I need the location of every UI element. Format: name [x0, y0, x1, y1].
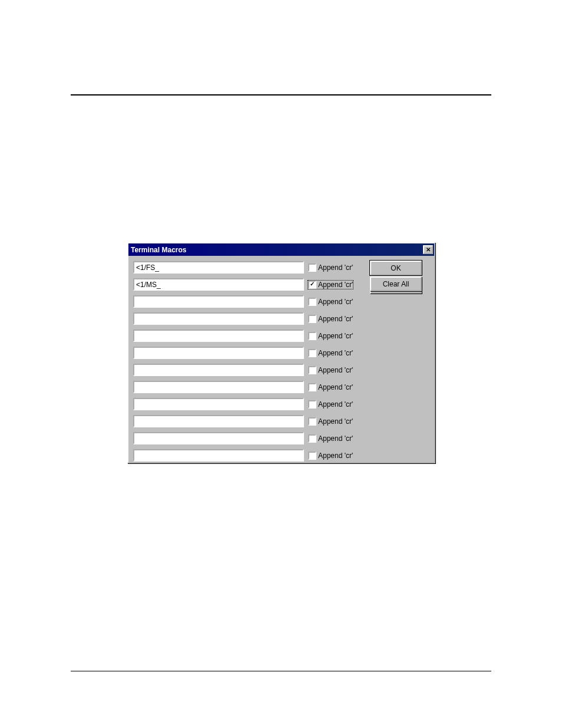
macro-row: Append 'cr'	[133, 295, 362, 308]
macro-row: Append 'cr'	[133, 449, 362, 462]
append-cr-label: Append 'cr'	[318, 383, 353, 391]
dialog-title: Terminal Macros	[131, 246, 186, 254]
append-cr-label: Append 'cr'	[318, 263, 353, 272]
checkbox-icon	[308, 281, 316, 289]
dialog-buttons: OK Cancel Clear All	[365, 261, 424, 294]
append-cr-10[interactable]: Append 'cr'	[308, 417, 353, 426]
page-divider-top	[71, 94, 491, 95]
terminal-macros-dialog: Terminal Macros ✕ Append 'cr'	[127, 242, 435, 463]
macro-row: Append 'cr'	[133, 414, 362, 428]
macro-input-12[interactable]	[133, 449, 304, 462]
append-cr-5[interactable]: Append 'cr'	[308, 331, 353, 341]
append-cr-6[interactable]: Append 'cr'	[308, 348, 353, 358]
append-cr-label: Append 'cr'	[318, 281, 353, 289]
checkbox-icon	[308, 263, 316, 272]
append-cr-11[interactable]: Append 'cr'	[308, 434, 353, 443]
append-cr-2[interactable]: Append 'cr'	[308, 280, 353, 289]
page-divider-bottom	[71, 671, 491, 671]
append-cr-label: Append 'cr'	[318, 366, 353, 374]
append-cr-1[interactable]: Append 'cr'	[308, 263, 353, 272]
close-icon: ✕	[426, 247, 431, 253]
checkbox-icon	[308, 417, 316, 426]
append-cr-label: Append 'cr'	[318, 349, 353, 357]
macro-input-6[interactable]	[133, 347, 304, 359]
append-cr-7[interactable]: Append 'cr'	[308, 365, 353, 375]
dialog-body: Append 'cr' Append 'cr' Append 'cr'	[128, 256, 434, 467]
append-cr-4[interactable]: Append 'cr'	[308, 314, 353, 324]
append-cr-label: Append 'cr'	[318, 315, 353, 323]
append-cr-12[interactable]: Append 'cr'	[308, 451, 353, 460]
append-cr-label: Append 'cr'	[318, 400, 353, 409]
macro-row: Append 'cr'	[133, 346, 362, 360]
macro-input-5[interactable]	[133, 330, 304, 342]
macro-input-3[interactable]	[133, 295, 304, 308]
titlebar: Terminal Macros ✕	[128, 243, 434, 256]
macro-input-8[interactable]	[133, 381, 304, 393]
append-cr-3[interactable]: Append 'cr'	[308, 297, 353, 307]
macro-input-2[interactable]	[133, 278, 304, 291]
button-label: OK	[391, 264, 401, 272]
clear-all-wrap: Clear All	[370, 276, 422, 291]
macro-row: Append 'cr'	[133, 278, 362, 291]
macro-row: Append 'cr'	[133, 363, 362, 377]
macro-row: Append 'cr'	[133, 397, 362, 411]
macro-row: Append 'cr'	[133, 312, 362, 325]
checkbox-icon	[308, 366, 316, 374]
checkbox-icon	[308, 434, 316, 443]
macro-input-9[interactable]	[133, 398, 304, 410]
button-label: Clear All	[383, 280, 409, 288]
macro-row: Append 'cr'	[133, 431, 362, 445]
macro-rows: Append 'cr' Append 'cr' Append 'cr'	[133, 261, 362, 462]
append-cr-label: Append 'cr'	[318, 332, 353, 340]
append-cr-label: Append 'cr'	[318, 298, 353, 306]
macro-input-11[interactable]	[133, 432, 304, 444]
ok-button[interactable]: OK	[370, 261, 422, 275]
checkbox-icon	[308, 315, 316, 323]
checkbox-icon	[308, 349, 316, 357]
append-cr-label: Append 'cr'	[318, 434, 353, 443]
checkbox-icon	[308, 400, 316, 409]
checkbox-icon	[308, 383, 316, 391]
macro-row: Append 'cr'	[133, 261, 362, 274]
clear-all-button[interactable]: Clear All	[370, 276, 422, 291]
macro-row: Append 'cr'	[133, 380, 362, 394]
macro-input-7[interactable]	[133, 364, 304, 376]
append-cr-label: Append 'cr'	[318, 452, 353, 460]
page: Terminal Macros ✕ Append 'cr'	[0, 0, 562, 728]
checkbox-icon	[308, 298, 316, 306]
macro-row: Append 'cr'	[133, 329, 362, 342]
close-button[interactable]: ✕	[423, 245, 433, 254]
macro-input-1[interactable]	[133, 261, 304, 274]
checkbox-icon	[308, 452, 316, 460]
append-cr-label: Append 'cr'	[318, 417, 353, 426]
append-cr-8[interactable]: Append 'cr'	[308, 383, 353, 392]
append-cr-9[interactable]: Append 'cr'	[308, 400, 353, 409]
macro-input-10[interactable]	[133, 415, 304, 427]
checkbox-icon	[308, 332, 316, 340]
macro-input-4[interactable]	[133, 312, 304, 325]
